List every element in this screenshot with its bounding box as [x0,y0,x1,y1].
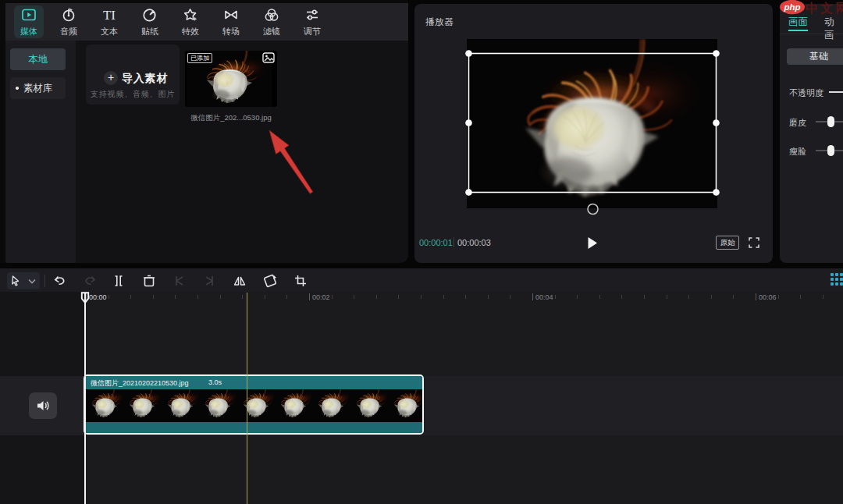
svg-text:php: php [783,2,800,12]
svg-text:TI: TI [103,8,116,23]
svg-text:中文网: 中文网 [806,1,843,15]
